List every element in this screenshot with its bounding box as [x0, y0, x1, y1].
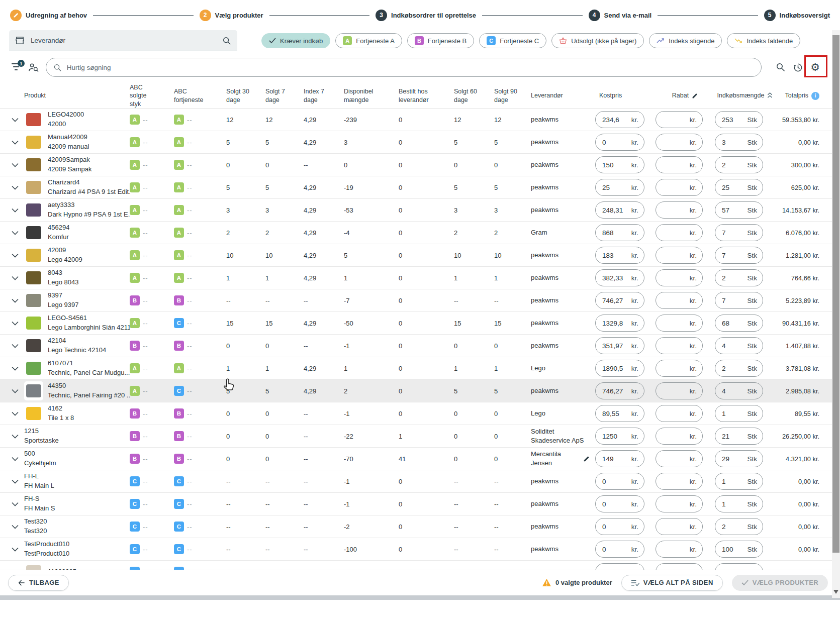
- indkobsmaengde-input[interactable]: 2Stk: [715, 156, 763, 173]
- kostpris-input[interactable]: 746,27kr.: [595, 382, 644, 399]
- table-row[interactable]: 456294 Komfur A-- A-- 2 2 4,29 -4 0 2 2 …: [0, 222, 840, 244]
- rabat-input[interactable]: kr.: [656, 518, 703, 535]
- kostpris-input[interactable]: 0kr.: [595, 134, 644, 151]
- table-row[interactable]: Manual42009 42009 manual A-- A-- 5 5 4,2…: [0, 131, 840, 154]
- rabat-input[interactable]: kr.: [656, 134, 703, 151]
- indkobsmaengde-input[interactable]: 57Stk: [715, 201, 763, 219]
- step-indkobsoversigt[interactable]: 5 Indkøbsoversigt: [764, 10, 830, 21]
- indkobsmaengde-input[interactable]: 4Stk: [715, 382, 763, 399]
- kostpris-input[interactable]: 746,27kr.: [595, 292, 644, 309]
- vertical-scrollbar[interactable]: [832, 30, 840, 598]
- expand-chevron-icon[interactable]: [12, 570, 19, 570]
- indkobsmaengde-input[interactable]: 25Stk: [715, 179, 763, 196]
- back-button[interactable]: TILBAGE: [8, 575, 69, 591]
- step-udregning-af-behov[interactable]: Udregning af behov: [10, 10, 87, 21]
- kostpris-input[interactable]: 25kr.: [595, 179, 644, 196]
- table-row[interactable]: 11062025 C-- C-- kr. kr. Stk: [0, 561, 840, 570]
- rabat-input[interactable]: kr.: [656, 156, 703, 173]
- table-row[interactable]: TestProduct010 TestProduct010 C-- C-- --…: [0, 538, 840, 561]
- step-vaelg-produkter[interactable]: 2 Vælg produkter: [200, 10, 263, 21]
- table-row[interactable]: 6107071 Technic, Panel Car Mudgu... A-- …: [0, 357, 840, 380]
- kostpris-input[interactable]: 868kr.: [595, 224, 644, 241]
- quick-search-input[interactable]: [67, 64, 755, 71]
- expand-chevron-icon[interactable]: [12, 118, 19, 122]
- indkobsmaengde-input[interactable]: 4Stk: [715, 337, 763, 354]
- kostpris-input[interactable]: 234,6kr.: [595, 111, 644, 128]
- rabat-input[interactable]: kr.: [656, 247, 703, 264]
- table-row[interactable]: LEGO-S4561 Lego Lamborghini Sián 42115 A…: [0, 312, 840, 335]
- indkobsmaengde-input[interactable]: 21Stk: [715, 428, 763, 445]
- scrollbar-thumb[interactable]: [832, 35, 839, 553]
- kostpris-input[interactable]: 150kr.: [595, 156, 644, 173]
- kostpris-input[interactable]: 183kr.: [595, 247, 644, 264]
- table-row[interactable]: 42009Sampak 42009 Sampak A-- A-- 0 0 -- …: [0, 154, 840, 176]
- indkobsmaengde-input[interactable]: 7Stk: [715, 292, 763, 309]
- edit-supplier-icon[interactable]: [583, 455, 590, 462]
- expand-chevron-icon[interactable]: [12, 479, 19, 484]
- rabat-input[interactable]: kr.: [656, 563, 703, 570]
- indkobsmaengde-input[interactable]: 68Stk: [715, 315, 763, 332]
- rabat-input[interactable]: kr.: [656, 292, 703, 309]
- search-icon[interactable]: [222, 36, 231, 45]
- expand-chevron-icon[interactable]: [12, 185, 19, 190]
- table-row[interactable]: Charizard4 Charizard #4 PSA 9 1st Edit..…: [0, 176, 840, 199]
- table-row[interactable]: FH-S FH Main S C-- C-- -- -- -- -1 0 -- …: [0, 493, 840, 515]
- kostpris-input[interactable]: 0kr.: [595, 541, 644, 558]
- kostpris-input[interactable]: 351,97kr.: [595, 337, 644, 354]
- rabat-input[interactable]: kr.: [656, 269, 703, 286]
- scrollbar-down-arrow[interactable]: [833, 590, 838, 594]
- chip-udsolgt[interactable]: Udsolgt (ikke på lager): [551, 33, 644, 48]
- expand-chevron-icon[interactable]: [12, 208, 19, 213]
- rabat-input[interactable]: kr.: [656, 111, 703, 128]
- rabat-input[interactable]: kr.: [656, 224, 703, 241]
- info-icon[interactable]: i: [811, 92, 819, 100]
- expand-chevron-icon[interactable]: [12, 547, 19, 552]
- indkobsmaengde-input[interactable]: 29Stk: [715, 450, 763, 467]
- expand-chevron-icon[interactable]: [12, 253, 19, 258]
- expand-chevron-icon[interactable]: [12, 276, 19, 280]
- kostpris-input[interactable]: 89,55kr.: [595, 405, 644, 422]
- rabat-input[interactable]: kr.: [656, 495, 703, 512]
- kostpris-input[interactable]: 248,31kr.: [595, 201, 644, 219]
- indkobsmaengde-input[interactable]: 3Stk: [715, 134, 763, 151]
- expand-chevron-icon[interactable]: [12, 231, 19, 235]
- rabat-input[interactable]: kr.: [656, 179, 703, 196]
- indkobsmaengde-input[interactable]: 1Stk: [715, 495, 763, 512]
- expand-chevron-icon[interactable]: [12, 457, 19, 461]
- chip-fortjeneste-b[interactable]: B Fortjeneste B: [407, 33, 474, 48]
- indkobsmaengde-input[interactable]: 2Stk: [715, 269, 763, 286]
- person-search-icon[interactable]: [28, 63, 39, 72]
- rabat-input[interactable]: kr.: [656, 382, 703, 399]
- kostpris-input[interactable]: 0kr.: [595, 495, 644, 512]
- kostpris-input[interactable]: 0kr.: [595, 473, 644, 490]
- table-row[interactable]: LEGO42000 42000 A-- A-- 12 12 4,29 -239 …: [0, 109, 840, 131]
- indkobsmaengde-input[interactable]: 2Stk: [715, 360, 763, 377]
- rabat-input[interactable]: kr.: [656, 315, 703, 332]
- chip-fortjeneste-a[interactable]: A Fortjeneste A: [335, 33, 402, 48]
- chip-indeks-faldende[interactable]: Indeks faldende: [727, 33, 800, 48]
- table-row[interactable]: FH-L FH Main L C-- C-- -- -- -- -1 0 -- …: [0, 470, 840, 493]
- rabat-input[interactable]: kr.: [656, 428, 703, 445]
- expand-chevron-icon[interactable]: [12, 140, 19, 145]
- indkobsmaengde-input[interactable]: 7Stk: [715, 247, 763, 264]
- expand-chevron-icon[interactable]: [12, 344, 19, 348]
- expand-chevron-icon[interactable]: [12, 502, 19, 506]
- step-send-via-email[interactable]: 4 Send via e-mail: [589, 10, 652, 21]
- indkobsmaengde-input[interactable]: 2Stk: [715, 518, 763, 535]
- table-row[interactable]: 42104 Lego Technic 42104 B-- B-- 0 0 -- …: [0, 335, 840, 357]
- edit-pencil-icon[interactable]: [692, 92, 698, 99]
- filter-funnel-icon[interactable]: 1: [11, 63, 21, 72]
- kostpris-input[interactable]: 1250kr.: [595, 428, 644, 445]
- table-row[interactable]: 42009 Lego 42009 A-- A-- 10 10 4,29 5 0 …: [0, 244, 840, 267]
- table-row[interactable]: 9397 Lego 9397 B-- B-- -- -- -- -7 0 -- …: [0, 289, 840, 312]
- expand-chevron-icon[interactable]: [12, 411, 19, 416]
- chip-kraever-indkob[interactable]: Kræver indkøb: [261, 33, 330, 48]
- rabat-input[interactable]: kr.: [656, 360, 703, 377]
- table-row[interactable]: 1215 Sportstaske B-- B-- 0 0 -- -22 1 0 …: [0, 425, 840, 448]
- rabat-input[interactable]: kr.: [656, 450, 703, 467]
- select-all-on-page-button[interactable]: VÆLG ALT PÅ SIDEN: [621, 575, 723, 591]
- kostpris-input[interactable]: 1329,8kr.: [595, 315, 644, 332]
- step-indkobsordrer[interactable]: 3 Indkøbsordrer til oprettelse: [376, 10, 476, 21]
- sort-icon[interactable]: [767, 92, 773, 99]
- indkobsmaengde-input[interactable]: Stk: [715, 563, 763, 570]
